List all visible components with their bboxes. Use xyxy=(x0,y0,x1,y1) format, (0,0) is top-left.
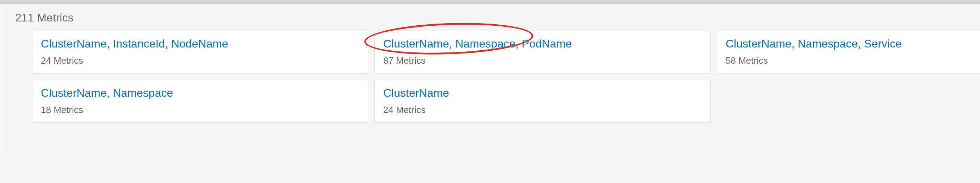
metrics-panel-wrap: 211 Metrics ClusterName, InstanceId, Nod… xyxy=(0,4,980,154)
dimension-card-sub: 18 Metrics xyxy=(41,105,359,115)
dimension-card-title: ClusterName xyxy=(383,87,702,100)
dimension-card-sub: 24 Metrics xyxy=(41,55,359,66)
dimension-card-title: ClusterName, Namespace, Service xyxy=(725,37,980,50)
dimension-card[interactable]: ClusterName 24 Metrics xyxy=(374,80,711,123)
dimension-card-grid: ClusterName, InstanceId, NodeName 24 Met… xyxy=(0,30,980,123)
dimension-card-sub: 58 Metrics xyxy=(725,55,980,66)
dimension-card[interactable]: ClusterName, Namespace, Service 58 Metri… xyxy=(717,30,980,73)
dimension-card-sub: 24 Metrics xyxy=(383,105,702,115)
dimension-card-title: ClusterName, InstanceId, NodeName xyxy=(41,37,359,50)
metrics-count-heading: 211 Metrics xyxy=(0,11,980,30)
metrics-panel: 211 Metrics ClusterName, InstanceId, Nod… xyxy=(0,4,980,154)
dimension-card[interactable]: ClusterName, InstanceId, NodeName 24 Met… xyxy=(32,30,368,73)
dimension-card-sub: 87 Metrics xyxy=(383,55,702,66)
dimension-card[interactable]: ClusterName, Namespace 18 Metrics xyxy=(32,80,368,123)
dimension-card-title: ClusterName, Namespace, PodName xyxy=(383,37,702,50)
dimension-card[interactable]: ClusterName, Namespace, PodName 87 Metri… xyxy=(374,30,711,73)
dimension-card-title: ClusterName, Namespace xyxy=(41,87,359,100)
window-chrome-strip xyxy=(0,0,980,4)
